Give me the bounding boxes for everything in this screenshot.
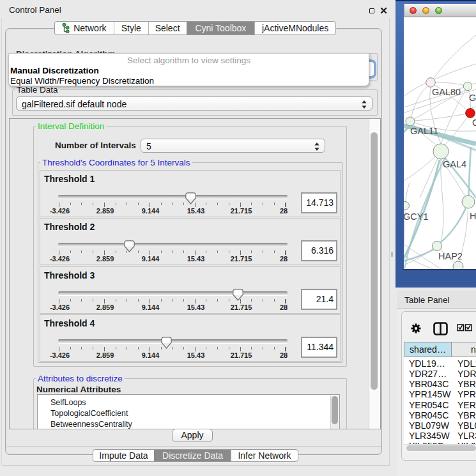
svg-text:GAL11: GAL11 [410, 126, 438, 136]
svg-text:GAL4: GAL4 [443, 159, 466, 169]
svg-text:G.: G. [469, 93, 476, 103]
svg-text:C: C [472, 118, 476, 128]
svg-text:H: H [470, 211, 476, 221]
svg-text:GAL80: GAL80 [432, 87, 461, 97]
svg-text:GCY1: GCY1 [404, 211, 429, 222]
svg-text:HAP2: HAP2 [438, 251, 463, 261]
